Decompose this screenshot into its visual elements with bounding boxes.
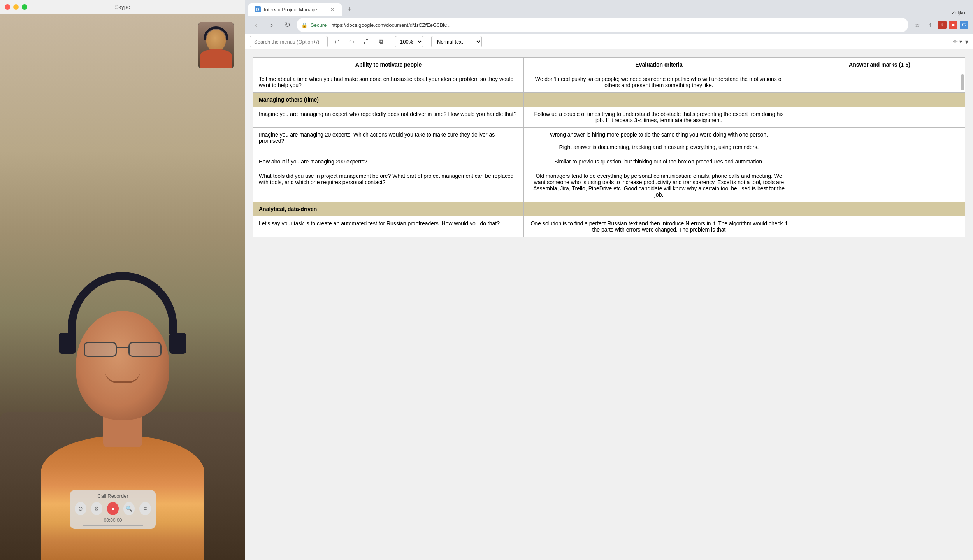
toolbar-sep3 (486, 37, 486, 46)
docs-toolbar: ↩ ↪ 🖨 ⧉ 100% Normal text ··· ✏ ▾ ▾ (245, 34, 973, 49)
lock-icon: 🔒 (301, 22, 307, 28)
criteria-cell: Similar to previous question, but thinki… (524, 154, 794, 169)
pencil-icon: ✏ (953, 39, 958, 45)
section-row: Managing others (time) (253, 93, 965, 107)
close-button[interactable] (5, 4, 10, 10)
recorder-list-button[interactable]: ≡ (139, 502, 151, 515)
headphone-right (169, 333, 186, 354)
address-bar[interactable]: 🔒 Secure https://docs.google.com/documen… (297, 18, 908, 32)
section-header-managing-criteria (524, 93, 794, 107)
col-header-answer: Answer and marks (1-5) (794, 58, 965, 72)
small-video (198, 22, 234, 68)
criteria-cell: Old managers tend to do everything by pe… (524, 169, 794, 202)
question-cell: Let's say your task is to create an auto… (253, 216, 524, 237)
scrollbar (961, 74, 964, 90)
recorder-title: Call Recorder (75, 493, 151, 499)
edit-arrow: ▾ (959, 39, 962, 45)
question-cell: How about if you are managing 200 expert… (253, 154, 524, 169)
answer-cell[interactable] (794, 154, 965, 169)
criteria-cell: Follow up a couple of times trying to un… (524, 107, 794, 128)
recorder-skip-button[interactable]: ⊘ (75, 502, 86, 515)
window-title: Skype (115, 4, 130, 10)
skype-titlebar: Skype (0, 0, 245, 14)
bookmark-button[interactable]: ☆ (912, 19, 922, 30)
secure-label: Secure (311, 22, 327, 28)
answer-cell[interactable] (794, 169, 965, 202)
refresh-button[interactable]: ↻ (281, 19, 293, 31)
ext2-button[interactable]: ■ (949, 21, 957, 29)
browser-address-bar: ‹ › ↻ 🔒 Secure https://docs.google.com/d… (245, 16, 973, 34)
table-row: Imagine you are managing an expert who r… (253, 107, 965, 128)
col-header-question: Ability to motivate people (253, 58, 524, 72)
section-header-managing-answer (794, 93, 965, 107)
glasses (84, 342, 162, 358)
table-row: What tools did you use in project manage… (253, 169, 965, 202)
table-row: Tell me about a time when you had make s… (253, 72, 965, 93)
style-selector[interactable]: Normal text (431, 36, 482, 47)
answer-cell[interactable] (794, 216, 965, 237)
tab-favicon: D (255, 6, 261, 12)
headphone-arc (68, 272, 177, 334)
call-recorder: Call Recorder ⊘ ⚙ ● 🔍 ≡ 00:00:00 (70, 490, 156, 529)
tab-title: Intervju Project Manager Test (264, 7, 326, 12)
table-row: Imagine you are managing 20 experts. Whi… (253, 128, 965, 154)
redo-button[interactable]: ↪ (346, 36, 357, 47)
expand-button[interactable]: ▾ (965, 38, 968, 46)
browser-tabs: D Intervju Project Manager Test ✕ + Zelj… (245, 0, 973, 16)
section-row: Analytical, data-driven (253, 202, 965, 216)
browser-chrome: D Intervju Project Manager Test ✕ + Zelj… (245, 0, 973, 34)
table-row: Let's say your task is to create an auto… (253, 216, 965, 237)
paint-format-button[interactable]: ⧉ (375, 36, 387, 47)
interview-table: Ability to motivate people Evaluation cr… (253, 57, 965, 237)
zoom-selector[interactable]: 100% (395, 36, 423, 47)
active-tab[interactable]: D Intervju Project Manager Test ✕ (248, 3, 342, 16)
print-button[interactable]: 🖨 (360, 36, 372, 47)
ext1-button[interactable]: K (938, 21, 947, 29)
question-cell: Tell me about a time when you had make s… (253, 72, 524, 93)
recorder-time: 00:00:00 (75, 518, 151, 523)
upload-button[interactable]: ↑ (925, 19, 936, 30)
answer-cell[interactable] (794, 107, 965, 128)
section-header-analytical-answer (794, 202, 965, 216)
criteria-cell: Wrong answer is hiring more people to do… (524, 128, 794, 154)
recorder-progress-bar (83, 525, 144, 526)
minimize-button[interactable] (13, 4, 19, 10)
search-menus-input[interactable] (250, 36, 328, 47)
person-container (0, 14, 245, 560)
section-header-analytical-criteria (524, 202, 794, 216)
answer-cell[interactable] (794, 128, 965, 154)
question-cell: Imagine you are managing 20 experts. Whi… (253, 128, 524, 154)
toolbar-sep1 (391, 37, 391, 46)
maximize-button[interactable] (22, 4, 27, 10)
section-header-managing: Managing others (time) (253, 93, 524, 107)
translate-button[interactable]: G (960, 21, 968, 29)
recorder-controls: ⊘ ⚙ ● 🔍 ≡ (75, 502, 151, 515)
more-options-button[interactable]: ··· (490, 38, 496, 46)
question-cell: Imagine you are managing an expert who r… (253, 107, 524, 128)
url-text: https://docs.google.com/document/d/1rCZf… (331, 22, 450, 28)
browser-right-icons: ☆ ↑ K ■ G (912, 19, 968, 30)
main-video (0, 14, 245, 560)
new-tab-button[interactable]: + (343, 3, 356, 16)
section-header-analytical: Analytical, data-driven (253, 202, 524, 216)
answer-cell[interactable] (794, 72, 965, 93)
forward-button[interactable]: › (265, 19, 278, 31)
recorder-search-button[interactable]: 🔍 (123, 502, 135, 515)
headphone-left (59, 333, 76, 354)
criteria-cell: We don't need pushy sales people; we nee… (524, 72, 794, 93)
recorder-settings-button[interactable]: ⚙ (91, 502, 103, 515)
criteria-cell: One solution is to find a perfect Russia… (524, 216, 794, 237)
docs-panel: D Intervju Project Manager Test ✕ + Zelj… (245, 0, 973, 560)
back-button[interactable]: ‹ (250, 19, 262, 31)
skype-panel: Skype (0, 0, 245, 560)
edit-mode-button[interactable]: ✏ ▾ (953, 39, 962, 45)
undo-button[interactable]: ↩ (331, 36, 342, 47)
skype-video-area: Call Recorder ⊘ ⚙ ● 🔍 ≡ 00:00:00 (0, 14, 245, 560)
question-cell: What tools did you use in project manage… (253, 169, 524, 202)
recorder-record-button[interactable]: ● (107, 502, 119, 515)
table-row: How about if you are managing 200 expert… (253, 154, 965, 169)
tab-close-button[interactable]: ✕ (329, 6, 335, 12)
col-header-criteria: Evaluation criteria (524, 58, 794, 72)
user-name-display: Zeljko (952, 10, 965, 16)
docs-content[interactable]: Ability to motivate people Evaluation cr… (245, 49, 973, 560)
